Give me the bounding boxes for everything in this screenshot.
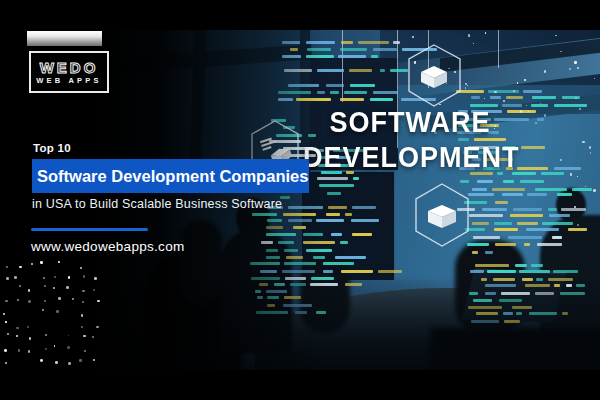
logo-text-wedo: WEDO [40, 59, 99, 76]
hexagon-package-icon [414, 183, 470, 247]
top-letterbox-bar [0, 0, 600, 30]
headline-title: Software Development Companies [37, 167, 308, 185]
logo-text-webapps: WEB APPS [36, 76, 101, 86]
background-overlay-title: SOFTWARE DEVELOPMENT [303, 106, 517, 174]
wedo-logo: WEDO WEB APPS [29, 51, 109, 93]
bottom-letterbox-bar [0, 370, 600, 400]
headline-subtitle: in USA to Build Scalable Business Softwa… [32, 197, 282, 211]
bottom-vignette [0, 275, 600, 370]
banner-canvas: SOFTWARE DEVELOPMENT WEDO WEB APPS Top 1… [0, 0, 600, 400]
overlay-title-line1: SOFTWARE [303, 106, 517, 140]
overlay-title-line2: DEVELOPMENT [303, 140, 517, 174]
logo-gradient-bar [27, 31, 102, 46]
hanging-line [342, 30, 343, 102]
hexagon-package-icon [407, 44, 462, 107]
website-url: www.wedowebapps.com [31, 239, 185, 254]
code-line-segment [340, 48, 367, 51]
headline-banner: Software Development Companies [32, 159, 309, 193]
hanging-line [498, 30, 499, 68]
divider-line [31, 228, 148, 231]
eyebrow-text: Top 10 [33, 142, 71, 154]
